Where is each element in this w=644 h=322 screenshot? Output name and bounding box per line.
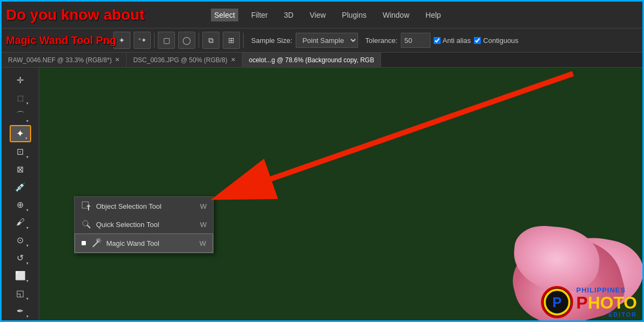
pen-tool[interactable]: ✒▼ bbox=[10, 303, 31, 319]
healing-tool[interactable]: ⊕▼ bbox=[10, 196, 31, 213]
toolbar-copy-btn[interactable]: ⊞ bbox=[223, 32, 240, 49]
anti-alias-label: Anti alias bbox=[443, 36, 471, 45]
svg-rect-2 bbox=[82, 202, 89, 208]
svg-marker-6 bbox=[97, 239, 99, 241]
overlay-headline: Do you know about bbox=[2, 2, 144, 28]
frame-tool[interactable]: ⊠ bbox=[10, 161, 31, 178]
tab-2-label: ocelot...g @ 78.6% (Background copy, RGB bbox=[249, 56, 374, 64]
menu-items: Select Filter 3D View Plugins Window Hel… bbox=[211, 9, 444, 21]
tab-0-label: RAW_0046.NEF @ 33.3% (RGB/8*) bbox=[8, 56, 112, 64]
context-object-selection[interactable]: Object Selection Tool W bbox=[75, 197, 213, 215]
context-magic-wand[interactable]: Magic Wand Tool W bbox=[75, 233, 213, 253]
quick-selection-icon bbox=[81, 219, 92, 230]
menu-plugins[interactable]: Plugins bbox=[339, 9, 370, 21]
tolerance-label: Tolerance: bbox=[365, 36, 398, 45]
logo-hoto: HOTO bbox=[588, 293, 637, 312]
selected-dot bbox=[82, 241, 86, 245]
eyedropper-tool[interactable]: 💉 bbox=[10, 179, 31, 195]
canvas-area: Object Selection Tool W Quick Selection … bbox=[39, 68, 642, 322]
menu-help[interactable]: Help bbox=[422, 9, 444, 21]
context-menu: Object Selection Tool W Quick Selection … bbox=[74, 196, 214, 253]
contiguous-checkbox[interactable] bbox=[474, 37, 481, 44]
left-toolbar: ✛ ⬚▼ ⌒▼ ✦▼ ⊡▼ ⊠ 💉 ⊕▼ 🖌▼ ⊙▼ ↺▼ ⬜▼ ◱▼ ✒▼ bbox=[2, 68, 39, 322]
crop-tool[interactable]: ⊡▼ bbox=[10, 143, 31, 160]
menu-window[interactable]: Window bbox=[379, 9, 413, 21]
object-selection-label: Object Selection Tool bbox=[96, 202, 196, 210]
overlay-subtitle: Magic Wand Tool Png bbox=[2, 28, 116, 53]
magic-wand-tool[interactable]: ✦▼ bbox=[10, 125, 31, 142]
tab-2[interactable]: ocelot...g @ 78.6% (Background copy, RGB bbox=[243, 53, 381, 68]
menu-filter[interactable]: Filter bbox=[248, 9, 271, 21]
logo-photo: PHOTO bbox=[576, 294, 637, 311]
logo-editor: EDITOR bbox=[576, 311, 637, 318]
svg-line-4 bbox=[87, 225, 90, 228]
tab-0[interactable]: RAW_0046.NEF @ 33.3% (RGB/8*) ✕ bbox=[2, 53, 127, 68]
eraser-tool[interactable]: ⬜▼ bbox=[10, 267, 31, 284]
lasso-tool[interactable]: ⌒▼ bbox=[10, 107, 31, 124]
toolbar-row: Magic Wand Tool Png ✦ ⁺✦ ▢ ◯ ⧉ ⊞ Sample … bbox=[2, 28, 642, 53]
toolbar-layer-btn[interactable]: ⧉ bbox=[202, 32, 219, 49]
quick-selection-key: W bbox=[200, 221, 207, 229]
toolbar-circle-btn[interactable]: ◯ bbox=[178, 32, 195, 49]
brush-tool[interactable]: 🖌▼ bbox=[10, 214, 31, 231]
toolbar-wand-btn[interactable]: ⁺✦ bbox=[134, 32, 151, 49]
menu-bar: Do you know about Select Filter 3D View … bbox=[2, 2, 642, 28]
clone-stamp-tool[interactable]: ⊙▼ bbox=[10, 232, 31, 248]
menu-view[interactable]: View bbox=[306, 9, 329, 21]
tab-1-close[interactable]: ✕ bbox=[231, 56, 236, 63]
logo-text: PHILIPPINES PHOTO EDITOR bbox=[576, 287, 637, 318]
tab-0-close[interactable]: ✕ bbox=[115, 56, 120, 63]
magic-wand-key: W bbox=[200, 239, 206, 247]
magic-wand-icon bbox=[91, 238, 102, 248]
toolbar-square-btn[interactable]: ▢ bbox=[158, 32, 175, 49]
gradient-tool[interactable]: ◱▼ bbox=[10, 285, 31, 302]
sample-size-label: Sample Size: bbox=[251, 36, 292, 45]
select-rect-tool[interactable]: ⬚▼ bbox=[10, 90, 31, 106]
context-quick-selection[interactable]: Quick Selection Tool W bbox=[75, 215, 213, 233]
magic-wand-label: Magic Wand Tool bbox=[106, 239, 195, 247]
logo-circle-icon bbox=[541, 286, 573, 318]
object-selection-key: W bbox=[200, 202, 207, 210]
contiguous-label: Contiguous bbox=[483, 36, 518, 45]
tab-1[interactable]: DSC_0036.JPG @ 50% (RGB/8) ✕ bbox=[127, 53, 243, 68]
svg-line-8 bbox=[100, 238, 100, 239]
contiguous-group: Contiguous bbox=[474, 36, 518, 45]
anti-alias-group: Anti alias bbox=[434, 36, 471, 45]
tab-1-label: DSC_0036.JPG @ 50% (RGB/8) bbox=[133, 56, 228, 64]
tabs-row: RAW_0046.NEF @ 33.3% (RGB/8*) ✕ DSC_0036… bbox=[2, 53, 642, 68]
svg-line-10 bbox=[100, 242, 100, 243]
tolerance-input[interactable] bbox=[401, 33, 430, 48]
move-tool[interactable]: ✛ bbox=[10, 72, 31, 89]
menu-3d[interactable]: 3D bbox=[281, 9, 297, 21]
sample-size-select[interactable]: Point Sample bbox=[296, 33, 358, 48]
anti-alias-checkbox[interactable] bbox=[434, 37, 441, 44]
object-selection-icon bbox=[81, 201, 92, 211]
menu-select[interactable]: Select bbox=[211, 9, 238, 21]
quick-selection-label: Quick Selection Tool bbox=[96, 221, 196, 229]
svg-line-5 bbox=[93, 241, 98, 247]
main-area: ✛ ⬚▼ ⌒▼ ✦▼ ⊡▼ ⊠ 💉 ⊕▼ 🖌▼ ⊙▼ ↺▼ ⬜▼ ◱▼ ✒▼ bbox=[2, 68, 642, 322]
history-brush-tool[interactable]: ↺▼ bbox=[10, 250, 31, 266]
logo-area: PHILIPPINES PHOTO EDITOR bbox=[541, 286, 637, 318]
